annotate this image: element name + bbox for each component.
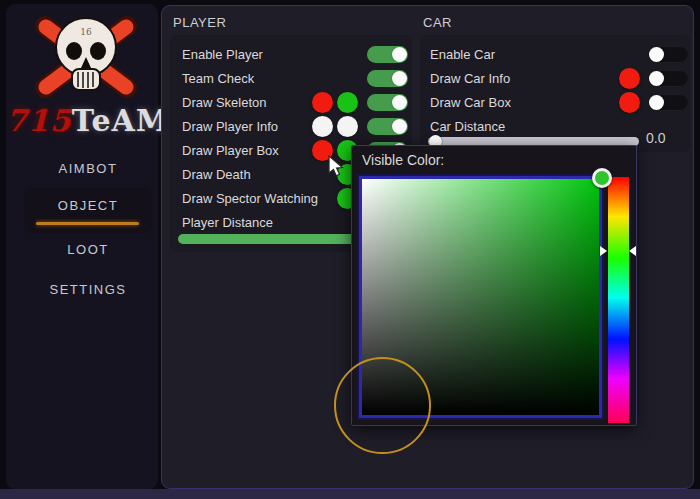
enable-car-toggle[interactable] <box>648 46 689 63</box>
row-label: Car Distance <box>430 115 505 139</box>
car-info-color-swatch[interactable] <box>619 68 640 89</box>
car-row-distance: Car Distance <box>0 115 700 139</box>
svg-text:16: 16 <box>80 27 92 37</box>
row-label: Draw Spector Watching <box>182 187 318 211</box>
row-label: Draw Car Info <box>430 67 510 91</box>
draw-car-info-toggle[interactable] <box>648 70 689 87</box>
car-section-header: CAR <box>423 14 452 32</box>
hue-slider-bar[interactable] <box>608 177 629 423</box>
hue-marker-left-icon[interactable] <box>600 246 607 256</box>
color-picker-title: Visible Color: <box>362 152 444 168</box>
annotation-circle <box>334 357 431 454</box>
row-label: Draw Death <box>182 163 251 187</box>
row-label: Draw Car Box <box>430 91 511 115</box>
mouse-cursor-icon <box>326 155 346 181</box>
row-label: Enable Car <box>430 43 495 67</box>
car-box-color-swatch[interactable] <box>619 92 640 113</box>
draw-car-box-toggle[interactable] <box>648 94 689 111</box>
row-label: Draw Player Box <box>182 139 279 163</box>
hue-marker-right-icon[interactable] <box>629 246 636 256</box>
window-bottom-edge <box>0 489 700 499</box>
sidebar-item-settings[interactable]: SETTINGS <box>24 277 152 303</box>
car-distance-value: 0.0 <box>646 130 665 146</box>
car-row-enable: Enable Car <box>0 43 700 67</box>
sidebar-item-loot[interactable]: LOOT <box>24 237 152 263</box>
color-selection-handle[interactable] <box>592 168 612 188</box>
car-row-info: Draw Car Info <box>0 67 700 91</box>
row-label: Player Distance <box>182 211 273 235</box>
car-row-box: Draw Car Box <box>0 91 700 115</box>
player-section-header: PLAYER <box>173 14 226 32</box>
